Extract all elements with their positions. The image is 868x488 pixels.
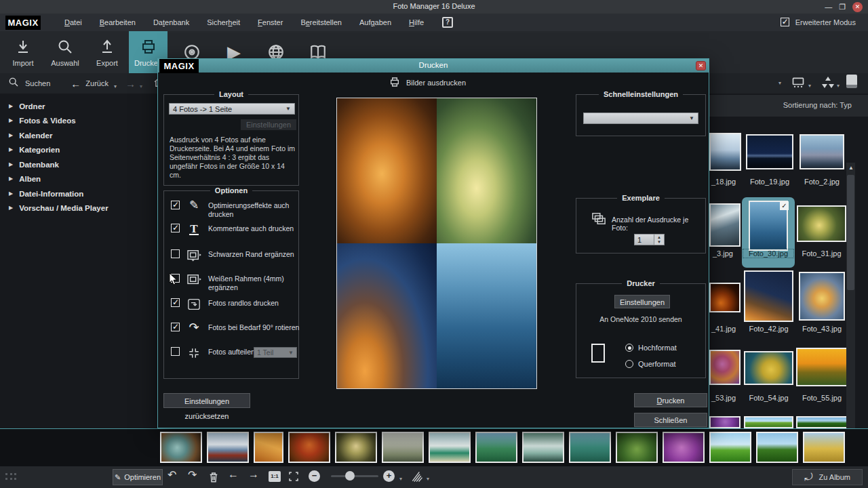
sidebar-item-alben[interactable]: ▶Alben xyxy=(0,171,155,186)
filmstrip-thumbnail[interactable] xyxy=(288,432,330,463)
checkbox[interactable] xyxy=(171,224,180,232)
back-icon[interactable]: ← xyxy=(71,78,81,89)
option-optimierungseffekte[interactable]: ✎ Optimierungseffekte auch drucken xyxy=(171,201,300,218)
photo-thumbnail[interactable] xyxy=(799,272,845,321)
zoom-slider[interactable] xyxy=(331,475,378,477)
checkbox[interactable] xyxy=(171,249,180,258)
scrollbar-thumb[interactable] xyxy=(847,175,854,290)
search-label[interactable]: Suchen xyxy=(25,79,50,87)
menu-sicherheit[interactable]: Sicherheit xyxy=(198,16,249,29)
copies-spinner[interactable]: 1 ▲▼ xyxy=(634,234,665,245)
checkbox[interactable] xyxy=(171,323,180,331)
print-button[interactable]: Drucken xyxy=(634,393,707,407)
sidebar-item-datei-information[interactable]: ▶Datei-Information xyxy=(0,186,155,201)
photo-thumbnail[interactable] xyxy=(797,205,846,242)
help-icon[interactable]: ? xyxy=(442,17,453,28)
photo-thumbnail[interactable] xyxy=(709,203,741,247)
photo-thumbnail[interactable] xyxy=(709,283,741,312)
export-button[interactable]: Export xyxy=(88,31,126,73)
menu-bearbeiten[interactable]: Bearbeiten xyxy=(91,16,144,29)
back-label[interactable]: Zurück xyxy=(85,79,108,87)
filmstrip-thumbnail[interactable] xyxy=(522,432,564,463)
copies-value[interactable]: 1 xyxy=(634,234,654,245)
hochformat-radio[interactable]: Hochformat xyxy=(625,344,677,352)
sidebar-item-kalender[interactable]: ▶Kalender xyxy=(0,128,155,142)
checkbox[interactable] xyxy=(171,347,180,356)
auswahl-button[interactable]: Auswahl xyxy=(45,31,85,73)
photo-thumbnail[interactable] xyxy=(709,350,741,385)
zu-album-button[interactable]: ⤾ Zu Album xyxy=(792,469,863,485)
filmstrip-thumbnail[interactable] xyxy=(475,432,517,463)
querformat-radio[interactable]: Querformat xyxy=(625,360,676,368)
sidebar-item-vorschau-media-player[interactable]: ▶Vorschau / Media Player xyxy=(0,201,155,215)
trash-icon[interactable] xyxy=(208,470,220,487)
filmstrip-thumbnail[interactable] xyxy=(803,432,845,463)
zoom-in-icon[interactable]: + xyxy=(383,470,395,482)
photo-thumbnail[interactable] xyxy=(709,133,741,171)
filmstrip-thumbnail[interactable] xyxy=(709,432,751,463)
forward-icon[interactable]: → xyxy=(125,78,136,89)
back-history-caret[interactable]: ▾ xyxy=(114,83,117,89)
filmstrip-thumbnail[interactable] xyxy=(335,432,377,463)
zoom-slider-knob[interactable] xyxy=(345,471,355,481)
filmstrip-thumbnail[interactable] xyxy=(207,432,249,463)
zoom-out-icon[interactable]: − xyxy=(309,470,320,482)
filmstrip-thumbnail[interactable] xyxy=(663,432,705,463)
zoom-caret[interactable]: ▾ xyxy=(399,476,402,482)
view-caret[interactable]: ▾ xyxy=(778,80,781,86)
sort-icon[interactable] xyxy=(819,75,835,93)
display-mode-caret[interactable]: ▾ xyxy=(808,83,811,89)
filmstrip-thumbnail[interactable] xyxy=(382,432,424,463)
checkbox[interactable] xyxy=(171,298,180,307)
photo-thumbnail[interactable] xyxy=(796,348,848,386)
menu-hilfe[interactable]: Hilfe xyxy=(400,16,433,29)
photo-thumbnail[interactable] xyxy=(744,416,793,428)
sidebar-item-datenbank[interactable]: ▶Datenbank xyxy=(0,157,155,171)
menu-bereitstellen[interactable]: Bereitstellen xyxy=(292,16,351,29)
close-dialog-button[interactable]: Schließen xyxy=(634,413,707,427)
photo-thumbnail[interactable] xyxy=(744,351,793,385)
fullscreen-icon[interactable] xyxy=(288,470,300,485)
filmstrip-thumbnail[interactable] xyxy=(254,432,283,463)
menu-datei[interactable]: Datei xyxy=(56,16,91,29)
aufteilen-dropdown[interactable]: 1 Teil▼ xyxy=(254,347,297,358)
erweiterter-modus-checkbox[interactable] xyxy=(781,18,789,26)
spinner-arrows[interactable]: ▲▼ xyxy=(654,234,665,245)
filmstrip-thumbnail[interactable] xyxy=(756,432,798,463)
menu-fenster[interactable]: Fenster xyxy=(249,16,292,29)
next-photo-icon[interactable]: → xyxy=(248,468,259,481)
option-weisser-rahmen[interactable]: Weißen Rahmen (4mm) ergänzen xyxy=(171,274,300,291)
photo-thumbnail[interactable] xyxy=(744,270,793,322)
forward-history-caret[interactable]: ▾ xyxy=(140,83,142,89)
photo-thumbnail[interactable] xyxy=(746,134,793,169)
display-mode-icon[interactable] xyxy=(791,76,806,92)
sidebar-item-kategorien[interactable]: ▶Kategorien xyxy=(0,142,155,157)
photo-thumbnail[interactable] xyxy=(796,416,848,428)
sort-label[interactable]: Sortierung nach: Typ xyxy=(783,101,852,109)
filmstrip-thumbnail[interactable] xyxy=(569,432,611,463)
panel-toggle-icon[interactable] xyxy=(846,75,857,88)
filmstrip-thumbnail[interactable] xyxy=(616,432,658,463)
redo-icon[interactable]: ↷ xyxy=(188,468,197,481)
layout-dropdown[interactable]: 4 Fotos -> 1 Seite▼ xyxy=(169,103,295,115)
printer-settings-button[interactable]: Einstellungen xyxy=(614,295,670,308)
menu-datenbank[interactable]: Datenbank xyxy=(144,16,198,29)
sidebar-item-fotos-videos[interactable]: ▶Fotos & Videos xyxy=(0,113,155,127)
layout-einstellungen-button[interactable]: Einstellungen xyxy=(241,119,296,130)
option-schwarzer-rand[interactable]: Schwarzen Rand ergänzen xyxy=(171,249,300,262)
checkbox[interactable] xyxy=(171,201,180,209)
zoom-1to1-icon[interactable]: 1:1 xyxy=(269,471,281,482)
menu-aufgaben[interactable]: Aufgaben xyxy=(351,16,400,29)
undo-icon[interactable]: ↶ xyxy=(167,468,176,481)
dialog-close-button[interactable]: ✕ xyxy=(696,61,706,70)
radio-icon[interactable] xyxy=(625,344,633,352)
radio-icon[interactable] xyxy=(625,360,633,368)
sort-caret[interactable]: ▾ xyxy=(837,83,840,89)
option-rotieren[interactable]: ↷ Fotos bei Bedarf 90° rotieren xyxy=(171,323,300,332)
option-randlos[interactable]: Fotos randlos drucken xyxy=(171,298,300,310)
photo-thumbnail[interactable] xyxy=(709,416,741,428)
import-button[interactable]: Import xyxy=(4,31,42,73)
sidebar-item-ordner[interactable]: ▶Ordner xyxy=(0,99,155,113)
filmstrip-thumbnail[interactable] xyxy=(160,432,202,463)
restore-button[interactable]: ❐ xyxy=(839,3,846,12)
